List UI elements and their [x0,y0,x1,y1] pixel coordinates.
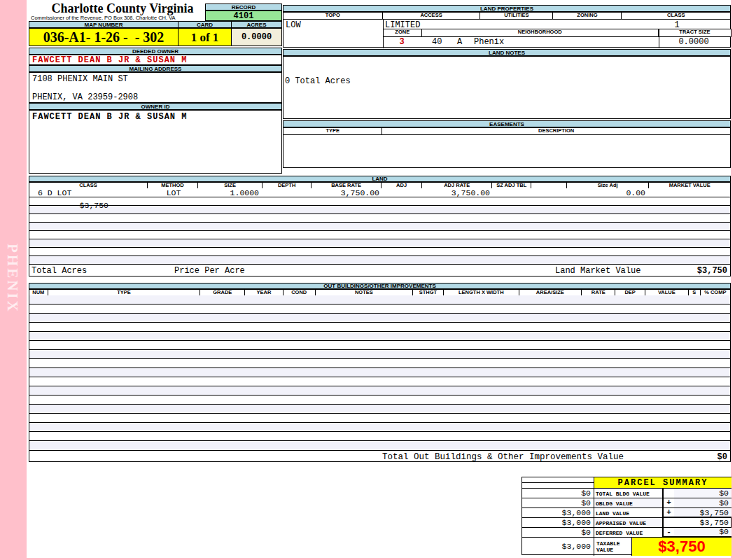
empty-row [29,304,730,313]
ps-prior-taxable: $3,000 [522,538,594,556]
card-value: 1 of 1 [178,28,232,46]
ps-value-deferred: $0 [674,528,732,538]
ps-label-taxable: TAXABLE VALUE [594,538,632,556]
empty-row [29,431,730,440]
land-market-value-label: Land Market Value [555,266,640,276]
owner-id-box: FAWCETT DEAN B JR & SUSAN M [29,110,282,174]
ps-label-deferred: DEFERRED VALUE [594,528,662,538]
land-notes-box: 0 Total Acres [283,56,731,119]
land-cell-market-value: $3,750 [29,202,111,210]
county-title: Charlotte County Virginia [35,1,210,16]
empty-row [29,205,730,214]
card-label: CARD [178,21,232,28]
parcel-summary-title: PARCEL SUMMARY [594,477,732,489]
record-value: 4101 [205,10,282,21]
empty-row [29,214,730,222]
ps-value-obldg: $0 [674,498,732,508]
property-record-card: PHENIX Charlotte County Virginia Commiss… [0,0,735,560]
ps-label-land: LAND VALUE [594,508,662,518]
mailing-address-box: 7108 PHENIX MAIN ST PHENIX, VA 23959-290… [29,72,282,103]
sidebar-watermark: PHENIX [4,244,21,356]
easements-body [283,134,731,168]
out-buildings-title: OUT BUILDINGS/OTHER IMPROVEMENTS [29,283,731,289]
out-buildings-total-value: $0 [718,452,727,462]
land-cell-base-rate: 3,750.00 [312,189,382,197]
empty-row [29,247,730,255]
ps-value-appraised: $3,750 [662,518,732,528]
neighborhood-sub: A [457,37,462,47]
land-totals-row: Total Acres Price Per Acre Land Market V… [29,264,731,276]
empty-row [29,295,730,304]
land-properties-title: LAND PROPERTIES [283,5,731,12]
empty-row [29,413,730,422]
ps-op-land: + [662,508,674,518]
empty-row [29,395,730,404]
ps-header-blank-1 [522,477,594,483]
owner-id-label: OWNER ID [29,103,282,110]
ps-prior-total-bldg: $0 [522,489,594,498]
empty-row [29,322,730,331]
empty-row [29,222,730,230]
land-properties-header-row: TOPO ACCESS UTILITIES ZONING CLASS [283,12,731,19]
land-cell-class: 6 D LOT [29,189,148,197]
empty-row [29,255,730,264]
empty-row [29,331,730,340]
deeded-owner-label: DEEDED OWNER [29,48,282,55]
land-cell-size-adj: 0.00 [567,189,650,197]
easements-header-row: TYPE DESCRIPTION [283,127,731,134]
tract-size-label: TRACT SIZE [659,29,732,37]
land-title: LAND [29,176,731,182]
land-market-value: $3,750 [697,266,727,276]
empty-row [29,197,730,205]
parcel-summary: PARCEL SUMMARY $0 TOTAL BLDG VALUE $0 $0… [522,477,732,555]
land-notes-text: 0 Total Acres [285,76,351,86]
neighborhood-name: Phenix [474,37,504,47]
land-row-1: 6 D LOTLOT1.00003,750.003,750.000.00$3,7… [29,188,730,197]
empty-row [29,239,730,247]
empty-row [29,386,730,395]
tract-size-value: 0.0000 [659,37,729,47]
land-cell-size: 1.0000 [199,189,263,197]
zone-header-row: ZONE NEIGHBORHOOD TRACT SIZE [383,29,732,36]
address-line-2: PHENIX, VA 23959-2908 [32,92,138,102]
ps-value-total-bldg: $0 [674,489,732,498]
empty-row [29,358,730,368]
land-cell-method: LOT [148,189,199,197]
out-buildings-body [29,295,731,450]
land-header-row: CLASS METHOD SIZE DEPTH BASE RATE ADJ AD… [29,182,731,188]
out-buildings-total-row: Total Out Buildings & Other Improvements… [29,450,731,462]
empty-row [29,340,730,349]
record-label: RECORD [205,4,282,10]
ps-label-total-bldg: TOTAL BLDG VALUE [594,489,662,498]
acres-label: ACRES [232,21,282,28]
ps-label-appraised: APPRAISED VALUE [594,518,662,528]
ps-value-land: $3,750 [674,508,732,518]
land-cell-adj-rate: 3,750.00 [423,189,493,197]
map-number-value: 036-A1- 1-26 - - 302 [29,28,178,46]
neighborhood-label: NEIGHBORHOOD [422,29,659,37]
price-per-acre-label: Price Per Acre [174,266,245,276]
out-buildings-header-row: NUM TYPE GRADE YEAR COND NOTES STHGT LEN… [29,289,731,295]
empty-row [29,349,730,358]
acres-value: 0.0000 [232,28,282,46]
empty-row [29,377,730,386]
ps-prior-deferred: $0 [522,528,594,538]
ps-value-taxable: $3,750 [632,538,732,556]
out-buildings-total-label: Total Out Buildings & Other Improvements… [382,452,624,462]
land-notes-title: LAND NOTES [283,49,731,56]
ps-op-deferred: - [662,528,674,538]
ps-prior-land: $3,000 [522,508,594,518]
ps-op-total-bldg [662,489,674,498]
deeded-owner-value: FAWCETT DEAN B JR & SUSAN M [29,55,282,65]
ps-op-obldg: + [662,498,674,508]
ps-prior-obldg: $0 [522,498,594,508]
land-body: 6 D LOTLOT1.00003,750.003,750.000.00$3,7… [29,188,731,264]
total-acres-label: Total Acres [31,266,87,276]
empty-row [29,368,730,377]
map-number-label: MAP NUMBER [29,21,178,28]
neighborhood-code: 40 [432,37,442,47]
mailing-address-label: MAILING ADDRESS [29,65,282,72]
commissioner-line: Commissioner of the Revenue, PO Box 308,… [31,15,213,21]
empty-row [29,404,730,413]
land-properties-values: LOW LIMITED 1 ZONE NEIGHBORHOOD TRACT SI… [283,19,731,48]
